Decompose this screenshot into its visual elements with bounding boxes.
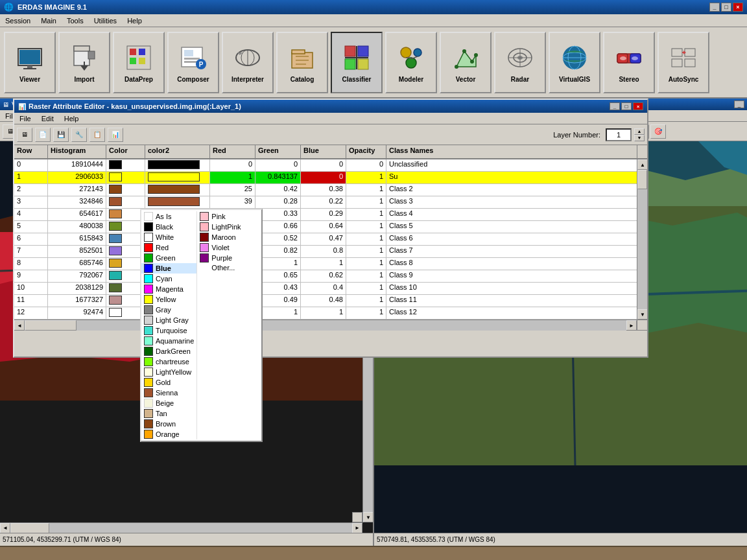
v1-scroll-right[interactable]: ►	[352, 523, 362, 533]
color-option-blue[interactable]: Blue	[141, 263, 196, 274]
cell-color[interactable]	[106, 258, 145, 270]
toolbar-classifier-btn[interactable]: Classifier	[331, 32, 383, 93]
cell-color2[interactable]	[145, 159, 210, 171]
cell-color[interactable]	[106, 221, 145, 233]
toolbar-catalog-btn[interactable]: Catalog	[276, 32, 328, 93]
cell-classname[interactable]: Class 2	[386, 184, 637, 196]
viewer1-scrollbar-h[interactable]: ◄ ►	[0, 522, 362, 533]
cell-color[interactable]	[106, 283, 145, 294]
color-option-lightpink[interactable]: LightPink	[197, 222, 261, 232]
cell-classname[interactable]: Class 12	[386, 307, 637, 319]
cell-classname[interactable]: Class 10	[386, 283, 637, 294]
color-option-darkgreen[interactable]: DarkGreen	[141, 346, 196, 356]
layer-spinner-down[interactable]: ▼	[634, 135, 645, 141]
cell-classname[interactable]: Class 5	[386, 221, 637, 233]
color-option-maroon[interactable]: Maroon	[197, 232, 261, 242]
table-row[interactable]: 2 272143 25 0.42 0.38 1 Class 2	[14, 184, 637, 196]
color-option-tan[interactable]: Tan	[141, 408, 196, 419]
rae-scroll-right[interactable]: ►	[626, 320, 637, 331]
table-row[interactable]: 11 1677327 81 0.49 0.48 1 Class 11	[14, 295, 637, 307]
toolbar-import-btn[interactable]: Import	[58, 32, 110, 93]
rae-menu-edit[interactable]: Edit	[39, 114, 56, 123]
cell-color[interactable]	[106, 295, 145, 307]
toolbar-autosync-btn[interactable]: AutoSync	[658, 32, 709, 93]
rae-scroll-up[interactable]: ▲	[637, 159, 647, 170]
color-option-pink[interactable]: Pink	[197, 211, 261, 222]
cell-color2[interactable]	[145, 196, 210, 208]
menu-tools[interactable]: Tools	[64, 16, 86, 25]
cell-classname[interactable]: Su	[386, 172, 637, 183]
menu-utilities[interactable]: Utilities	[91, 16, 119, 25]
toolbar-interpreter-btn[interactable]: Interpreter	[222, 32, 274, 93]
color-option-chartreuse[interactable]: chartreuse	[141, 356, 196, 367]
table-row[interactable]: 7 852501 0.5 0.82 0.8 1 Class 7	[14, 246, 637, 258]
toolbar-vector-btn[interactable]: Vector	[440, 32, 492, 93]
cell-classname[interactable]: Class 8	[386, 258, 637, 270]
table-row[interactable]: 6 615843 55 0.52 0.47 1 Class 6	[14, 233, 637, 246]
cell-classname[interactable]: Class 3	[386, 196, 637, 208]
table-row[interactable]: 3 324846 39 0.28 0.22 1 Class 3	[14, 196, 637, 209]
cell-color[interactable]	[106, 307, 145, 319]
cell-color[interactable]	[106, 233, 145, 245]
rae-scrollbar-h[interactable]: ◄ ►	[14, 320, 647, 330]
v2-btn-17[interactable]: 🎯	[650, 124, 666, 139]
color-option-lightyellow[interactable]: LightYellow	[141, 367, 196, 377]
color-option-cyan[interactable]: Cyan	[141, 274, 196, 284]
toolbar-viewer-btn[interactable]: Viewer	[4, 32, 56, 93]
color-option-asis[interactable]: As Is	[141, 211, 196, 222]
rae-tb-4[interactable]: 🔧	[71, 128, 87, 142]
cell-color2[interactable]	[145, 184, 210, 196]
menu-session[interactable]: Session	[3, 16, 33, 25]
rae-menu-help[interactable]: Help	[62, 114, 82, 123]
color-option-brown[interactable]: Brown	[141, 419, 196, 429]
cell-color[interactable]	[106, 246, 145, 257]
cell-classname[interactable]: Class 11	[386, 295, 637, 307]
maximize-button[interactable]: □	[721, 3, 731, 12]
cell-color[interactable]	[106, 270, 145, 282]
viewer2-minimize-btn[interactable]: _	[734, 100, 744, 108]
table-row[interactable]: 10 2038129 68 0.43 0.4 1 Class 10	[14, 283, 637, 295]
minimize-button[interactable]: _	[709, 3, 720, 12]
toolbar-stereo-btn[interactable]: Stereo	[603, 32, 655, 93]
cell-classname[interactable]: Unclassified	[386, 159, 637, 171]
color-option-sienna[interactable]: Sienna	[141, 388, 196, 398]
color-option-black[interactable]: Black	[141, 222, 196, 232]
color-option-yellow[interactable]: Yellow	[141, 294, 196, 305]
color-option-orange[interactable]: Orange	[141, 429, 196, 439]
rae-tb-5[interactable]: 📋	[89, 128, 105, 142]
color-option-aquamarine[interactable]: Aquamarine	[141, 336, 196, 346]
cell-color[interactable]	[106, 209, 145, 220]
rae-scroll-left[interactable]: ◄	[14, 320, 25, 331]
color-option-white[interactable]: White	[141, 232, 196, 242]
color-option-red[interactable]: Red	[141, 242, 196, 253]
rae-restore-btn[interactable]: □	[621, 102, 632, 110]
rae-tb-1[interactable]: 🖥	[17, 128, 32, 142]
table-row[interactable]: 9 792067 64 0.65 0.62 1 Class 9	[14, 270, 637, 283]
toolbar-dataprep-btn[interactable]: DataPrep	[113, 32, 165, 93]
layer-spinner-up[interactable]: ▲	[634, 128, 645, 135]
cell-color[interactable]	[106, 159, 145, 171]
table-row[interactable]: 0 18910444 0 0 0 0 Unclassified	[14, 159, 637, 172]
cell-color[interactable]	[106, 172, 145, 183]
cell-color[interactable]	[106, 184, 145, 196]
color-option-violet[interactable]: Violet	[197, 242, 261, 253]
color-option-other[interactable]: Other...	[197, 263, 261, 272]
v1-scroll-down[interactable]: ▼	[363, 512, 373, 522]
menu-main[interactable]: Main	[38, 16, 59, 25]
layer-number-input[interactable]	[606, 128, 632, 141]
cell-color[interactable]	[106, 196, 145, 208]
rae-tb-6[interactable]: 📊	[108, 128, 123, 142]
close-button[interactable]: ×	[733, 3, 743, 12]
color-option-lightgray[interactable]: Light Gray	[141, 315, 196, 325]
cell-classname[interactable]: Class 7	[386, 246, 637, 257]
color-option-turquoise[interactable]: Turquoise	[141, 325, 196, 336]
rae-scroll-down[interactable]: ▼	[637, 309, 647, 320]
rae-menu-file[interactable]: File	[17, 114, 34, 123]
table-row[interactable]: 12 92474 1 1 1 1 Class 12	[14, 307, 637, 320]
cell-classname[interactable]: Class 4	[386, 209, 637, 220]
color-option-magenta[interactable]: Magenta	[141, 284, 196, 294]
menu-help[interactable]: Help	[124, 16, 145, 25]
table-row[interactable]: 4 654617 54 0.33 0.29 1 Class 4	[14, 209, 637, 221]
table-row[interactable]: 8 685746 62 1 1 1 Class 8	[14, 258, 637, 270]
cell-classname[interactable]: Class 9	[386, 270, 637, 282]
